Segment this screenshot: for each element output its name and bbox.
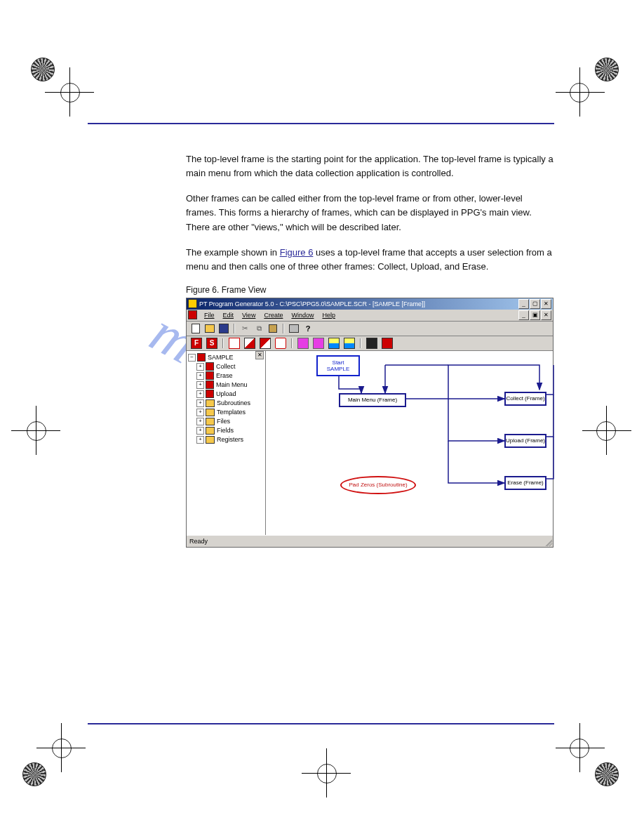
save-button[interactable] bbox=[217, 322, 230, 335]
tree-toggle-icon[interactable]: − bbox=[188, 354, 196, 362]
tree-item[interactable]: + Upload bbox=[188, 390, 264, 399]
tool-button-4[interactable] bbox=[274, 336, 288, 350]
figure-link[interactable]: Figure 6 bbox=[280, 247, 314, 258]
tree-item-label: Erase bbox=[216, 372, 233, 379]
workspace: ✕ − SAMPLE + Collect + Erase + bbox=[187, 351, 553, 535]
tree-toggle-icon[interactable]: + bbox=[196, 372, 204, 380]
tool-button-6[interactable] bbox=[311, 336, 326, 350]
open-icon bbox=[205, 324, 215, 333]
tool-button-9[interactable] bbox=[365, 336, 379, 350]
window-title: PT Program Generator 5.0 - C:\PSC\PPG5.0… bbox=[199, 300, 425, 307]
minimize-button[interactable]: _ bbox=[518, 299, 529, 309]
tool-subroutine-button[interactable]: S bbox=[205, 336, 219, 350]
toolbar-separator bbox=[283, 324, 284, 333]
tree-folder[interactable]: + Subroutines bbox=[188, 399, 264, 408]
tree-folder-label: Registers bbox=[217, 436, 243, 443]
tree-root-label: SAMPLE bbox=[208, 354, 234, 361]
tool-button-1[interactable] bbox=[227, 336, 241, 350]
tool-button-5[interactable] bbox=[296, 336, 310, 350]
print-button[interactable] bbox=[288, 322, 300, 335]
start-label-line2: SAMPLE bbox=[327, 366, 349, 372]
tree-toggle-icon[interactable]: + bbox=[196, 436, 204, 444]
menu-view[interactable]: View bbox=[238, 312, 260, 319]
menu-window[interactable]: Window bbox=[287, 312, 318, 319]
tool-icon bbox=[229, 338, 240, 349]
mdi-close-button[interactable]: ✕ bbox=[541, 310, 551, 320]
tree-folder[interactable]: + Templates bbox=[188, 408, 264, 417]
tool-button-2[interactable] bbox=[243, 336, 257, 350]
tree-item[interactable]: + Main Menu bbox=[188, 380, 264, 390]
tree-folder-label: Templates bbox=[217, 409, 246, 416]
collect-node[interactable]: Collect (Frame) bbox=[504, 392, 546, 406]
paste-button[interactable] bbox=[267, 322, 279, 335]
menu-help[interactable]: Help bbox=[318, 312, 340, 319]
tree-panel: ✕ − SAMPLE + Collect + Erase + bbox=[187, 351, 266, 535]
tree-root[interactable]: − SAMPLE bbox=[188, 353, 264, 362]
open-button[interactable] bbox=[203, 322, 216, 335]
tree-toggle-icon[interactable]: + bbox=[196, 409, 204, 416]
tree-item[interactable]: + Erase bbox=[188, 371, 264, 380]
menu-create[interactable]: Create bbox=[260, 312, 287, 319]
tree-folder-label: Files bbox=[217, 418, 230, 425]
start-label-line1: Start bbox=[333, 359, 344, 366]
mdi-icon bbox=[188, 310, 197, 319]
menubar: File Edit View Create Window Help _ ▣ ✕ bbox=[187, 310, 553, 322]
body-content: The top-level frame is the starting poin… bbox=[186, 152, 554, 274]
folder-icon bbox=[206, 409, 215, 416]
new-button[interactable] bbox=[189, 322, 202, 335]
start-node[interactable]: StartSAMPLE bbox=[316, 355, 360, 376]
subroutine-node[interactable]: Pad Zeros (Subroutine) bbox=[340, 476, 416, 494]
toolbar-separator bbox=[291, 338, 293, 348]
menu-file[interactable]: File bbox=[200, 312, 219, 319]
tree-toggle-icon[interactable]: + bbox=[196, 418, 204, 425]
app-window: PT Program Generator 5.0 - C:\PSC\PPG5.0… bbox=[186, 298, 554, 548]
copy-button[interactable]: ⧉ bbox=[253, 322, 265, 335]
frame-icon bbox=[206, 390, 214, 398]
frame-icon bbox=[206, 362, 214, 371]
tree-close-button[interactable]: ✕ bbox=[255, 351, 264, 359]
cut-button[interactable]: ✂ bbox=[239, 322, 251, 335]
tree-toggle-icon[interactable]: + bbox=[196, 427, 204, 435]
tree-toggle-icon[interactable]: + bbox=[196, 399, 204, 407]
tree-folder[interactable]: + Registers bbox=[188, 435, 264, 444]
tree-folder[interactable]: + Fields bbox=[188, 426, 264, 435]
help-button[interactable]: ? bbox=[302, 322, 314, 335]
tree-toggle-icon[interactable]: + bbox=[196, 381, 204, 389]
tool-button-7[interactable] bbox=[327, 336, 341, 350]
tree-toggle-icon[interactable]: + bbox=[196, 363, 204, 371]
tree-item-label: Main Menu bbox=[216, 381, 248, 388]
help-icon: ? bbox=[306, 324, 311, 333]
tool-icon bbox=[382, 338, 393, 349]
tool-icon bbox=[328, 338, 340, 349]
mdi-minimize-button[interactable]: _ bbox=[518, 310, 529, 320]
close-button[interactable]: ✕ bbox=[541, 299, 551, 309]
titlebar: PT Program Generator 5.0 - C:\PSC\PPG5.0… bbox=[187, 298, 553, 310]
mdi-restore-button[interactable]: ▣ bbox=[530, 310, 540, 320]
tool-button-10[interactable] bbox=[380, 336, 394, 350]
header-rule bbox=[88, 123, 554, 124]
frame-icon bbox=[206, 380, 214, 389]
resize-grip[interactable] bbox=[544, 538, 552, 546]
maximize-button[interactable]: ▢ bbox=[530, 299, 540, 309]
folder-icon bbox=[206, 399, 215, 407]
copy-icon: ⧉ bbox=[257, 324, 262, 333]
canvas-area[interactable]: StartSAMPLE Main Menu (Frame) Collect (F… bbox=[266, 351, 553, 535]
tree-toggle-icon[interactable]: + bbox=[196, 390, 204, 398]
tree-folder[interactable]: + Files bbox=[188, 417, 264, 426]
tool-button-3[interactable] bbox=[258, 336, 272, 350]
tool-button-8[interactable] bbox=[342, 336, 356, 350]
tool-icon bbox=[244, 338, 255, 349]
tree-item[interactable]: + Collect bbox=[188, 362, 264, 371]
menu-edit[interactable]: Edit bbox=[219, 312, 239, 319]
upload-node[interactable]: Upload (Frame) bbox=[504, 434, 546, 448]
frame-toolbar: F S bbox=[187, 336, 553, 351]
app-icon bbox=[188, 299, 197, 308]
erase-node[interactable]: Erase (Frame) bbox=[504, 476, 546, 490]
toolbar-separator bbox=[234, 324, 235, 333]
paragraph-3: The example shown in Figure 6 uses a top… bbox=[186, 246, 554, 274]
footer-rule bbox=[88, 723, 554, 724]
figure-caption: Figure 6. Frame View bbox=[186, 285, 554, 295]
mainmenu-node[interactable]: Main Menu (Frame) bbox=[339, 393, 406, 407]
tool-frame-button[interactable]: F bbox=[189, 336, 203, 350]
tree-folder-label: Subroutines bbox=[217, 399, 250, 406]
